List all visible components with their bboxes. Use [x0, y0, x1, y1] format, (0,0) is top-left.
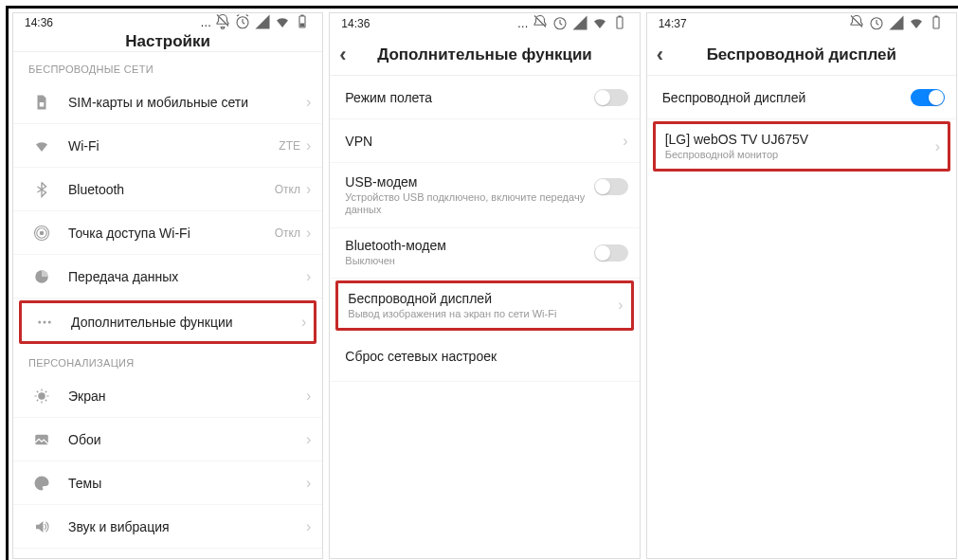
hotspot-icon	[28, 225, 55, 242]
airplane-toggle[interactable]	[594, 89, 628, 106]
signal-icon	[254, 13, 271, 32]
status-icons	[848, 14, 945, 33]
more-icon: …	[517, 18, 529, 29]
status-icons: …	[200, 13, 311, 32]
row-label: Bluetooth-модем	[345, 238, 593, 253]
alarm-icon	[551, 14, 569, 33]
row-wifi[interactable]: Wi-Fi ZTE ›	[13, 124, 322, 168]
svg-point-11	[48, 321, 51, 324]
svg-rect-4	[40, 102, 45, 107]
svg-point-10	[44, 321, 46, 324]
row-sublabel: Устройство USB подключено, включите пере…	[345, 191, 593, 216]
image-icon	[28, 431, 55, 448]
clock: 14:36	[25, 16, 53, 29]
sim-icon	[28, 94, 55, 111]
row-sound[interactable]: Звук и вибрация ›	[13, 505, 322, 549]
chevron-right-icon: ›	[306, 518, 311, 535]
row-wallpaper[interactable]: Обои ›	[13, 418, 322, 461]
svg-rect-13	[35, 434, 48, 444]
device-sublabel: Беспроводной монитор	[665, 149, 935, 161]
data-icon	[28, 268, 55, 285]
row-airplane-mode[interactable]: Режим полета	[330, 76, 639, 119]
row-label: Обои	[68, 432, 306, 447]
row-label: Bluetooth	[68, 182, 275, 197]
battery-icon	[928, 14, 945, 33]
wireless-display-toggle[interactable]	[911, 89, 945, 106]
usb-tether-toggle[interactable]	[594, 178, 628, 195]
row-bt-tether[interactable]: Bluetooth-модем Выключен	[330, 228, 639, 278]
row-display[interactable]: Экран ›	[13, 374, 322, 418]
row-device-lg-tv[interactable]: [LG] webOS TV UJ675V Беспроводной монито…	[653, 121, 950, 172]
speaker-icon	[28, 518, 55, 535]
chevron-right-icon: ›	[306, 388, 311, 405]
svg-rect-18	[933, 17, 939, 28]
bt-tether-toggle[interactable]	[594, 244, 628, 262]
row-sublabel: Выключен	[345, 255, 593, 267]
page-title: Настройки	[125, 32, 210, 51]
brightness-icon	[28, 388, 55, 405]
header-more-functions: ‹ Дополнительные функции	[330, 34, 639, 76]
mute-icon	[214, 13, 231, 32]
clock: 14:36	[341, 17, 370, 30]
row-label: USB-модем	[345, 174, 593, 190]
status-bar: 14:36 …	[330, 13, 639, 34]
more-icon: …	[200, 17, 211, 28]
svg-point-9	[38, 321, 41, 324]
back-button[interactable]: ‹	[339, 43, 346, 67]
wifi-settings-icon	[28, 137, 55, 154]
row-bluetooth[interactable]: Bluetooth Откл ›	[13, 168, 322, 211]
chevron-right-icon: ›	[301, 314, 306, 331]
bluetooth-icon	[28, 181, 55, 198]
row-hotspot[interactable]: Точка доступа Wi-Fi Откл ›	[13, 211, 322, 255]
chevron-right-icon: ›	[935, 138, 940, 155]
row-label: Экран	[68, 388, 306, 404]
header-settings: Настройки	[13, 32, 322, 52]
row-data-usage[interactable]: Передача данных ›	[13, 255, 322, 298]
battery-icon	[611, 14, 628, 33]
row-value: Откл	[275, 226, 300, 240]
chevron-right-icon: ›	[306, 181, 311, 198]
row-label: Темы	[68, 476, 306, 491]
page-title: Беспроводной дисплей	[707, 45, 896, 64]
chevron-right-icon: ›	[623, 133, 627, 150]
svg-rect-3	[300, 24, 305, 27]
row-label: Режим полета	[345, 90, 593, 105]
row-wireless-display[interactable]: Беспроводной дисплей Вывод изображения н…	[335, 280, 633, 331]
row-reset-network[interactable]: Сброс сетевых настроек	[330, 333, 639, 382]
svg-point-5	[40, 230, 45, 235]
section-personal-label: ПЕРСОНАЛИЗАЦИЯ	[13, 346, 322, 374]
device-name: [LG] webOS TV UJ675V	[665, 132, 935, 147]
row-value: ZTE	[279, 139, 300, 153]
battery-icon	[294, 13, 311, 32]
row-label: SIM-карты и мобильные сети	[68, 95, 306, 110]
row-value: Откл	[275, 183, 300, 196]
chevron-right-icon: ›	[618, 297, 623, 314]
wifi-icon	[591, 14, 608, 33]
wifi-icon	[908, 14, 925, 33]
signal-icon	[571, 14, 588, 33]
header-wireless-display: ‹ Беспроводной дисплей	[647, 34, 956, 76]
phone-screen-1: 14:36 … Настройки БЕСПРОВОДНЫЕ СЕТИ SIM-…	[12, 12, 323, 559]
svg-point-12	[38, 392, 45, 400]
row-vpn[interactable]: VPN ›	[330, 119, 639, 163]
alarm-icon	[868, 14, 885, 33]
row-label: Wi-Fi	[68, 138, 279, 154]
phone-screen-3: 14:37 ‹ Беспроводной дисплей Беспроводно…	[646, 12, 957, 559]
row-usb-tether[interactable]: USB-модем Устройство USB подключено, вкл…	[330, 163, 639, 228]
section-system-label: СИСТЕМА И УСТРОЙСТВО	[13, 549, 322, 559]
row-label: Беспроводной дисплей	[348, 291, 618, 306]
back-button[interactable]: ‹	[657, 43, 663, 67]
page-title: Дополнительные функции	[377, 45, 592, 64]
row-sim-cards[interactable]: SIM-карты и мобильные сети ›	[13, 81, 322, 124]
row-themes[interactable]: Темы ›	[13, 461, 322, 505]
row-label: Беспроводной дисплей	[662, 90, 911, 105]
row-label: Точка доступа Wi-Fi	[68, 226, 275, 241]
row-label: VPN	[345, 134, 623, 149]
row-wireless-display-toggle[interactable]: Беспроводной дисплей	[647, 76, 956, 119]
row-label: Передача данных	[68, 269, 306, 284]
mute-icon	[532, 14, 549, 33]
chevron-right-icon: ›	[306, 268, 311, 285]
row-label: Звук и вибрация	[68, 519, 306, 534]
more-horizontal-icon	[31, 314, 58, 331]
row-more-functions[interactable]: Дополнительные функции ›	[19, 300, 316, 344]
